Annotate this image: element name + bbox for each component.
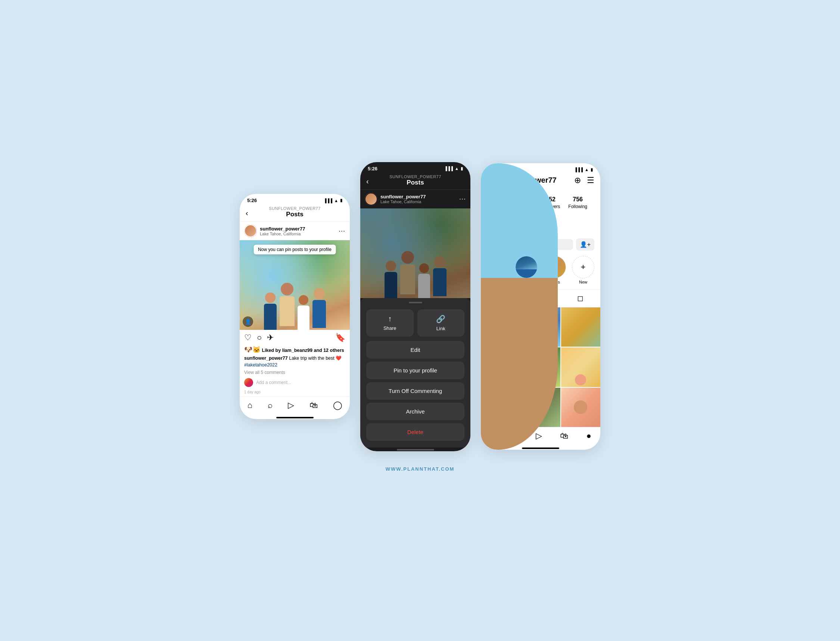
nav-header-2: ‹ SUNFLOWER_POWER77 Posts xyxy=(360,173,471,190)
battery-icon-2: ▮ xyxy=(461,166,463,171)
battery-icon-1: ▮ xyxy=(340,198,342,203)
bottom-nav-1: ⌂ ⌕ ▷ 🛍 ◯ xyxy=(240,396,350,416)
post-image-2 xyxy=(360,208,471,298)
signal-icon-1: ▐▐▐ xyxy=(324,198,332,203)
link-icon: 🔗 xyxy=(436,314,445,324)
turn-off-commenting-menu-item[interactable]: Turn Off Commenting xyxy=(366,382,464,400)
post-username-2[interactable]: sunflower_power77 xyxy=(381,194,456,200)
home-icon-1[interactable]: ⌂ xyxy=(247,401,252,410)
home-indicator-2 xyxy=(397,449,434,451)
post-more-2[interactable]: ··· xyxy=(459,195,466,203)
nav-title-2: Posts xyxy=(389,179,441,187)
grid-item-6[interactable] xyxy=(561,347,600,387)
save-icon-1[interactable]: 🔖 xyxy=(335,333,345,343)
battery-icon-3: ▮ xyxy=(591,167,593,172)
post-header-2: sunflower_power77 Lake Tahoe, California… xyxy=(360,190,471,208)
bottom-sheet: ↑ Share 🔗 Link Edit Pin to your profile … xyxy=(360,298,471,448)
post-likes-1: 🐶🐱 Liked by liam_beanz99 and 12 others xyxy=(240,346,350,355)
status-icons-1: ▐▐▐ ▲ ▮ xyxy=(324,198,342,203)
signal-icon-2: ▐▐▐ xyxy=(444,166,453,171)
back-button-1[interactable]: ‹ xyxy=(246,209,248,217)
status-bar-2: 5:26 ▐▐▐ ▲ ▮ xyxy=(360,162,471,173)
signal-icon-3: ▐▐▐ xyxy=(574,167,583,172)
comment-icon-1[interactable]: ○ xyxy=(257,333,262,343)
caption-user-1: sunflower_power77 xyxy=(244,356,288,361)
share-btn[interactable]: ↑ Share xyxy=(366,309,414,337)
post-location-1: Lake Tahoe, California xyxy=(260,232,336,236)
post-more-1[interactable]: ··· xyxy=(339,227,345,235)
shop-icon-3[interactable]: 🛍 xyxy=(560,431,568,441)
highlights-row: Travel Nature Hikes + N xyxy=(481,256,600,290)
status-bar-1: 5:26 ▐▐▐ ▲ ▮ xyxy=(240,194,350,205)
status-time-2: 5:26 xyxy=(368,166,377,171)
sheet-handle xyxy=(409,302,422,303)
wifi-icon-1: ▲ xyxy=(334,198,338,203)
search-icon-1[interactable]: ⌕ xyxy=(268,401,273,410)
post-user-info-1: sunflower_power77 Lake Tahoe, California xyxy=(260,226,336,236)
phone-2-dark: 5:26 ▐▐▐ ▲ ▮ ‹ SUNFLOWER_POWER77 Posts s… xyxy=(360,162,471,451)
comment-avatar-1 xyxy=(244,378,253,387)
likes-text-1: Liked by liam_beanz99 and 12 others xyxy=(262,348,344,353)
profile-icon-1[interactable]: ◯ xyxy=(333,401,342,410)
comment-input-1: Add a comment... xyxy=(240,377,350,390)
link-btn[interactable]: 🔗 Link xyxy=(418,309,465,337)
share-icon-1[interactable]: ✈ xyxy=(267,333,274,343)
add-person-btn[interactable]: 👤+ xyxy=(576,238,594,251)
reels-icon-1[interactable]: ▷ xyxy=(288,401,294,410)
nav-header-1: ‹ SUNFLOWER_POWER77 Posts xyxy=(240,205,350,222)
post-header-1: sunflower_power77 Lake Tahoe, California… xyxy=(240,222,350,240)
highlight-travel[interactable]: Travel xyxy=(487,256,509,284)
pin-menu-item[interactable]: Pin to your profile xyxy=(366,362,464,379)
post-username-1[interactable]: sunflower_power77 xyxy=(260,226,336,232)
status-icons-3: ▐▐▐ ▲ ▮ xyxy=(574,167,593,172)
profile-icon-3[interactable]: ● xyxy=(586,431,591,441)
back-button-2[interactable]: ‹ xyxy=(366,177,369,185)
post-timestamp-1: 1 day ago xyxy=(240,390,350,396)
archive-menu-item[interactable]: Archive xyxy=(366,403,464,420)
grid-item-9[interactable] xyxy=(561,388,600,427)
tab-tagged[interactable]: ◻ xyxy=(561,290,600,307)
home-indicator-3 xyxy=(522,448,559,449)
like-icon-1[interactable]: ♡ xyxy=(244,333,252,343)
nav-title-1: Posts xyxy=(269,211,321,218)
nav-username-1: SUNFLOWER_POWER77 xyxy=(269,206,321,211)
shop-icon-1[interactable]: 🛍 xyxy=(310,401,318,410)
comments-link-1[interactable]: View all 5 comments xyxy=(240,370,350,377)
delete-menu-item[interactable]: Delete xyxy=(366,423,464,441)
caption-hashtag-1[interactable]: #laketahoe2022 xyxy=(244,362,277,367)
phone-1-post: 5:26 ▐▐▐ ▲ ▮ ‹ SUNFLOWER_POWER77 Posts s… xyxy=(240,194,350,419)
menu-icon[interactable]: ☰ xyxy=(587,176,594,185)
share-arrow-icon: ↑ xyxy=(388,314,392,323)
following-label: Following xyxy=(568,204,587,209)
grid-item-3[interactable] xyxy=(561,308,600,347)
highlight-circle-travel xyxy=(487,256,509,278)
share-label: Share xyxy=(384,325,397,331)
edit-menu-item[interactable]: Edit xyxy=(366,341,464,359)
sheet-actions-row: ↑ Share 🔗 Link xyxy=(360,309,471,341)
post-location-2: Lake Tahoe, California xyxy=(381,200,456,204)
highlight-new[interactable]: + New xyxy=(572,256,594,284)
add-post-icon[interactable]: ⊕ xyxy=(574,176,581,185)
following-count[interactable]: 756 Following xyxy=(568,196,587,209)
post-actions-1: ♡ ○ ✈ 🔖 xyxy=(240,330,350,346)
phones-container: 5:26 ▐▐▐ ▲ ▮ ‹ SUNFLOWER_POWER77 Posts s… xyxy=(240,162,600,451)
caption-text-1: Lake trip with the best ❤️ xyxy=(289,356,342,361)
status-time-1: 5:26 xyxy=(247,198,257,203)
wifi-icon-3: ▲ xyxy=(585,167,589,172)
post-user-info-2: sunflower_power77 Lake Tahoe, California xyxy=(381,194,456,204)
home-indicator-1 xyxy=(276,417,313,419)
link-label: Link xyxy=(437,326,445,331)
nav-username-2: SUNFLOWER_POWER77 xyxy=(389,174,441,179)
comment-placeholder-1[interactable]: Add a comment... xyxy=(256,380,291,385)
reels-icon-3[interactable]: ▷ xyxy=(536,431,542,441)
post-caption-1: sunflower_power77 Lake trip with the bes… xyxy=(240,355,350,370)
post-image-1: Now you can pin posts to your profile xyxy=(240,240,350,330)
highlight-label-new: New xyxy=(579,280,587,284)
status-icons-2: ▐▐▐ ▲ ▮ xyxy=(444,166,463,171)
post-avatar-2 xyxy=(365,193,377,205)
post-avatar-1 xyxy=(244,224,257,237)
following-number: 756 xyxy=(568,196,587,203)
wifi-icon-2: ▲ xyxy=(455,166,459,171)
highlight-circle-new: + xyxy=(572,256,594,278)
profile-header-icons: ⊕ ☰ xyxy=(574,176,594,185)
